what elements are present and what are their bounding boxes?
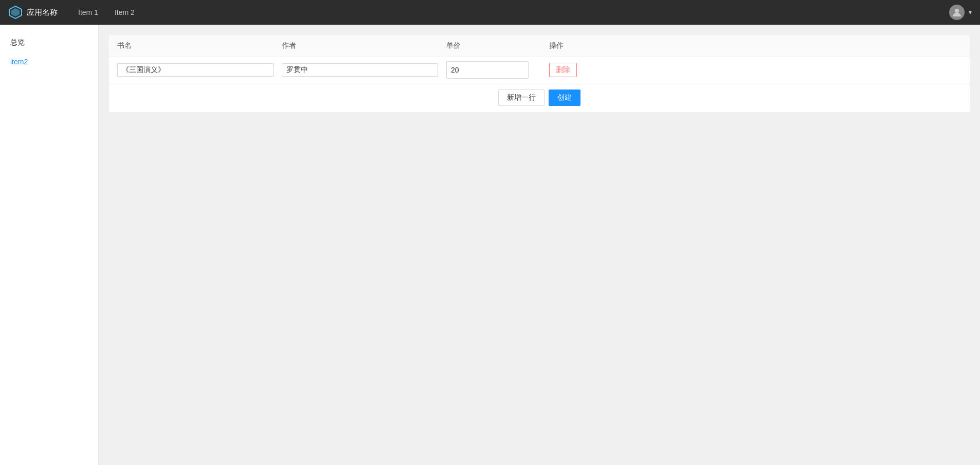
col-header-author: 作者 bbox=[282, 41, 446, 50]
svg-point-2 bbox=[955, 9, 959, 13]
col-header-action: 操作 bbox=[549, 41, 961, 50]
svg-marker-1 bbox=[11, 8, 20, 16]
user-icon bbox=[952, 8, 961, 17]
logo-icon bbox=[8, 5, 23, 20]
table-row: ▲ ▼ 删除 bbox=[109, 57, 970, 83]
navbar-menu: Item 1 Item 2 bbox=[70, 0, 949, 25]
input-book-name[interactable] bbox=[117, 63, 274, 77]
cell-author bbox=[282, 63, 446, 77]
avatar[interactable] bbox=[949, 5, 965, 20]
input-price[interactable] bbox=[447, 62, 529, 78]
navbar-logo: 应用名称 bbox=[8, 5, 58, 20]
navbar-menu-item-1[interactable]: Item 1 bbox=[70, 0, 106, 25]
table-container: 书名 作者 单价 操作 ▲ ▼ bbox=[109, 35, 970, 112]
col-header-book-name: 书名 bbox=[117, 41, 282, 50]
cell-book-name bbox=[117, 63, 282, 77]
navbar-right: ▾ bbox=[949, 5, 972, 20]
app-layout: 总览 item2 书名 作者 单价 操作 bbox=[0, 25, 980, 465]
col-header-price: 单价 bbox=[446, 41, 549, 50]
price-input-wrapper: ▲ ▼ bbox=[446, 61, 529, 79]
main-content: 书名 作者 单价 操作 ▲ ▼ bbox=[99, 25, 980, 465]
input-author[interactable] bbox=[282, 63, 438, 77]
create-button[interactable]: 创建 bbox=[549, 90, 580, 106]
delete-button[interactable]: 删除 bbox=[549, 63, 577, 77]
chevron-down-icon[interactable]: ▾ bbox=[969, 9, 972, 16]
sidebar-item-overview[interactable]: 总览 bbox=[0, 33, 98, 52]
table-header: 书名 作者 单价 操作 bbox=[109, 35, 970, 57]
action-row: 新增一行 创建 bbox=[109, 83, 970, 112]
cell-action: 删除 bbox=[549, 63, 961, 77]
app-name: 应用名称 bbox=[27, 8, 58, 17]
add-row-button[interactable]: 新增一行 bbox=[498, 90, 545, 106]
sidebar-item-item2[interactable]: item2 bbox=[0, 52, 98, 71]
navbar: 应用名称 Item 1 Item 2 ▾ bbox=[0, 0, 980, 25]
navbar-menu-item-2[interactable]: Item 2 bbox=[106, 0, 143, 25]
cell-price: ▲ ▼ bbox=[446, 61, 549, 79]
sidebar: 总览 item2 bbox=[0, 25, 99, 465]
